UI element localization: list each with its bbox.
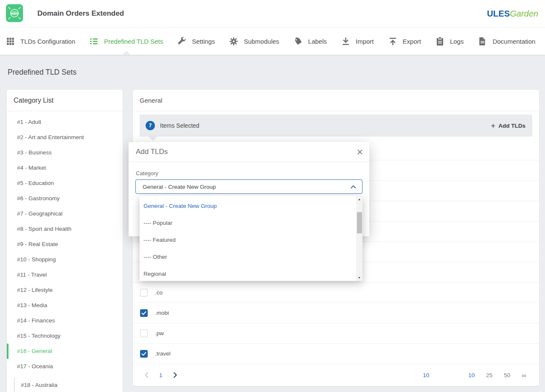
- active-tab-notch: [122, 51, 131, 55]
- sidebar-item-finances[interactable]: #14 - Finances: [7, 313, 123, 328]
- clipboard-icon: [435, 37, 444, 46]
- sidebar-item-sport-and-health[interactable]: #8 - Sport and Health: [7, 221, 123, 237]
- page-size-50[interactable]: 50: [504, 372, 510, 378]
- sidebar-item-gastronomy[interactable]: #6 - Gastronomy: [7, 191, 123, 206]
- previous-page-icon[interactable]: [144, 372, 149, 378]
- sidebar-item-oceania[interactable]: #17 - Oceania: [7, 359, 123, 374]
- category-select[interactable]: General - Create New Group: [135, 179, 362, 194]
- category-dropdown-options: General - Create New Group ---- Popular …: [140, 196, 362, 283]
- tab-label: Export: [403, 38, 421, 45]
- tab-logs[interactable]: Logs: [435, 28, 464, 55]
- jump-to-page-value[interactable]: 10: [423, 372, 429, 378]
- close-icon[interactable]: ×: [357, 147, 363, 157]
- tld-checkbox-unchecked[interactable]: [140, 289, 148, 297]
- category-field-label: Category: [136, 170, 158, 176]
- tab-label: Submodules: [244, 38, 279, 45]
- tld-row-co: .co: [133, 283, 539, 303]
- check-icon: [141, 311, 146, 316]
- scroll-down-icon[interactable]: ▼: [356, 274, 362, 281]
- category-select-value: General - Create New Group: [143, 184, 216, 190]
- sidebar-item-geographical[interactable]: #7 - Geographical: [7, 206, 123, 221]
- sidebar-item-art-and-entertainment[interactable]: #2 - Art and Entertainment: [7, 130, 123, 145]
- tab-submodules[interactable]: Submodules: [229, 28, 279, 55]
- tab-label: Documentation: [492, 38, 535, 45]
- sidebar-item-lifestyle[interactable]: #12 - Lifestyle: [7, 283, 123, 298]
- brand-logo: ULES Garden: [487, 9, 538, 19]
- check-icon: [141, 351, 146, 356]
- scroll-up-icon[interactable]: ▲: [356, 196, 362, 202]
- tld-row-mobi: .mobi: [133, 303, 539, 323]
- wrench-icon: [177, 37, 186, 46]
- option-regional[interactable]: Regional: [140, 266, 362, 283]
- sidebar-item-real-estate[interactable]: #9 - Real Estate: [7, 237, 123, 252]
- brand-text-light: Garden: [510, 9, 538, 19]
- tld-name: .travel: [155, 350, 171, 357]
- items-selected-label: Items Selected: [160, 122, 199, 129]
- list-icon: [90, 37, 98, 46]
- add-tlds-button-label: Add TLDs: [498, 123, 525, 129]
- tab-label: Logs: [450, 38, 464, 45]
- sidebar-item-market[interactable]: #4 - Market: [7, 160, 123, 176]
- sidebar-item-australia[interactable]: #18 - Australia: [15, 378, 123, 392]
- tld-name: .co: [155, 289, 163, 296]
- sidebar-item-media[interactable]: #13 - Media: [7, 298, 123, 313]
- tab-predefined-tld-sets[interactable]: Predefined TLD Sets: [90, 28, 163, 55]
- option-popular[interactable]: ---- Popular: [140, 215, 362, 232]
- option-other[interactable]: ---- Other: [140, 249, 362, 266]
- tab-tlds-configuration[interactable]: TLDs Configuration: [6, 28, 75, 55]
- pager: 1: [144, 372, 178, 378]
- sidebar-item-travel[interactable]: #11 - Travel: [7, 267, 123, 283]
- app-header: WWW Domain Orders Extended ULES Garden: [0, 0, 545, 27]
- sidebar-item-general[interactable]: #16 - General: [7, 344, 123, 359]
- sidebar-item-business[interactable]: #3 - Business: [7, 145, 123, 160]
- category-list: #1 - Adult #2 - Art and Entertainment #3…: [7, 111, 123, 392]
- modal-header: Add TLDs ×: [129, 142, 369, 162]
- category-list-panel: Category List #1 - Adult #2 - Art and En…: [7, 90, 123, 392]
- tab-label: TLDs Configuration: [20, 38, 75, 45]
- app-title: Domain Orders Extended: [37, 9, 124, 18]
- scrollbar-thumb[interactable]: [357, 212, 362, 233]
- page-size-all-icon[interactable]: ∞: [522, 372, 526, 379]
- dropdown-scrollbar[interactable]: ▲ ▼: [356, 196, 362, 281]
- panel-title: General: [133, 90, 539, 111]
- tld-checkbox-checked[interactable]: [140, 350, 148, 358]
- selected-count-badge: 7: [146, 121, 155, 130]
- option-general-create-new-group[interactable]: General - Create New Group: [140, 198, 362, 215]
- page-number[interactable]: 1: [159, 372, 163, 378]
- tab-settings[interactable]: Settings: [177, 28, 215, 55]
- svg-text:WWW: WWW: [10, 12, 19, 15]
- tab-label: Predefined TLD Sets: [104, 38, 163, 45]
- page-size-10[interactable]: 10: [468, 372, 475, 378]
- export-icon: [388, 37, 397, 46]
- tld-row-pw: .pw: [133, 323, 539, 344]
- tld-row-travel: .travel: [133, 344, 539, 364]
- page-size-25[interactable]: 25: [486, 372, 492, 378]
- sidebar-item-shopping[interactable]: #10 - Shopping: [7, 252, 123, 267]
- tld-checkbox-checked[interactable]: [140, 309, 148, 317]
- category-dropdown: General - Create New Group ---- Popular …: [140, 196, 362, 281]
- tab-label: Import: [356, 38, 374, 45]
- tags-icon: [294, 37, 303, 46]
- tab-export[interactable]: Export: [388, 28, 421, 55]
- sidebar-subgroup: #18 - Australia: [14, 378, 123, 392]
- add-tlds-button[interactable]: + Add TLDs: [491, 122, 525, 130]
- selection-bar-notch: [148, 137, 157, 141]
- next-page-icon[interactable]: [173, 372, 178, 378]
- tab-documentation[interactable]: Documentation: [478, 28, 535, 55]
- tld-name: .mobi: [155, 310, 169, 316]
- sidebar-item-adult[interactable]: #1 - Adult: [7, 115, 123, 130]
- pagination-bar: 1 10 10 25 50 ∞: [133, 364, 539, 386]
- option-featured[interactable]: ---- Featured: [140, 232, 362, 249]
- gear-icon: [229, 37, 238, 46]
- sidebar-item-education[interactable]: #5 - Education: [7, 176, 123, 191]
- tld-checkbox-unchecked[interactable]: [140, 330, 148, 337]
- chevron-up-icon: [351, 185, 356, 189]
- sidebar-item-technology[interactable]: #15 - Technology: [7, 328, 123, 344]
- page-title: Predefined TLD Sets: [8, 68, 76, 77]
- tld-name: .pw: [155, 330, 164, 336]
- tab-import[interactable]: Import: [341, 28, 374, 55]
- tab-label: Labels: [308, 38, 327, 45]
- category-list-title: Category List: [7, 90, 123, 111]
- app-logo-globe-icon: WWW: [6, 4, 24, 23]
- tab-labels[interactable]: Labels: [294, 28, 327, 55]
